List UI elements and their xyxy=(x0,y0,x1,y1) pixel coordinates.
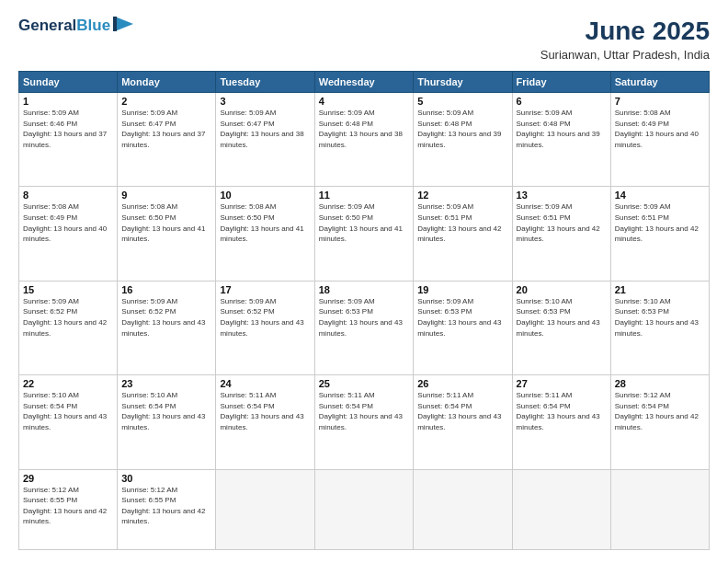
day-number: 8 xyxy=(23,190,113,201)
table-row: 18 Sunrise: 5:09 AMSunset: 6:53 PMDaylig… xyxy=(314,281,413,374)
day-info: Sunrise: 5:08 AMSunset: 6:49 PMDaylight:… xyxy=(615,108,705,150)
page: GeneralBlue June 2025 Surianwan, Uttar P… xyxy=(0,0,728,563)
logo-text: GeneralBlue xyxy=(18,17,110,35)
table-row: 1 Sunrise: 5:09 AMSunset: 6:46 PMDayligh… xyxy=(19,93,118,187)
day-number: 6 xyxy=(517,96,607,107)
day-number: 10 xyxy=(220,190,310,201)
day-number: 16 xyxy=(121,284,211,295)
weekday-header-row: Sunday Monday Tuesday Wednesday Thursday… xyxy=(19,72,710,93)
day-number: 30 xyxy=(121,473,211,484)
day-info: Sunrise: 5:10 AMSunset: 6:54 PMDaylight:… xyxy=(23,390,113,432)
table-row: 22 Sunrise: 5:10 AMSunset: 6:54 PMDaylig… xyxy=(19,375,118,469)
calendar-row-2: 8 Sunrise: 5:08 AMSunset: 6:49 PMDayligh… xyxy=(19,187,710,281)
table-row: 6 Sunrise: 5:09 AMSunset: 6:48 PMDayligh… xyxy=(512,93,610,187)
table-row: 23 Sunrise: 5:10 AMSunset: 6:54 PMDaylig… xyxy=(118,375,216,469)
day-info: Sunrise: 5:09 AMSunset: 6:47 PMDaylight:… xyxy=(121,108,211,150)
day-info: Sunrise: 5:09 AMSunset: 6:47 PMDaylight:… xyxy=(220,108,310,150)
day-info: Sunrise: 5:11 AMSunset: 6:54 PMDaylight:… xyxy=(517,390,607,432)
table-row: 9 Sunrise: 5:08 AMSunset: 6:50 PMDayligh… xyxy=(118,187,216,281)
day-number: 3 xyxy=(220,96,310,107)
day-info: Sunrise: 5:09 AMSunset: 6:48 PMDaylight:… xyxy=(517,108,607,150)
day-info: Sunrise: 5:12 AMSunset: 6:55 PMDaylight:… xyxy=(121,485,211,527)
table-row: 15 Sunrise: 5:09 AMSunset: 6:52 PMDaylig… xyxy=(19,281,118,374)
table-row: 16 Sunrise: 5:09 AMSunset: 6:52 PMDaylig… xyxy=(118,281,216,374)
day-number: 23 xyxy=(121,378,211,389)
day-number: 15 xyxy=(23,284,113,295)
day-number: 14 xyxy=(615,190,705,201)
table-row: 10 Sunrise: 5:08 AMSunset: 6:50 PMDaylig… xyxy=(216,187,314,281)
logo-blue-text: Blue xyxy=(76,17,110,34)
day-number: 24 xyxy=(220,378,310,389)
table-row: 13 Sunrise: 5:09 AMSunset: 6:51 PMDaylig… xyxy=(512,187,610,281)
day-info: Sunrise: 5:09 AMSunset: 6:51 PMDaylight:… xyxy=(615,201,705,244)
day-info: Sunrise: 5:09 AMSunset: 6:48 PMDaylight:… xyxy=(319,108,409,150)
day-number: 25 xyxy=(319,378,409,389)
day-info: Sunrise: 5:09 AMSunset: 6:52 PMDaylight:… xyxy=(23,296,113,339)
table-row: 19 Sunrise: 5:09 AMSunset: 6:53 PMDaylig… xyxy=(414,281,512,374)
calendar-row-5: 29 Sunrise: 5:12 AMSunset: 6:55 PMDaylig… xyxy=(19,469,710,549)
day-number: 18 xyxy=(319,284,409,295)
table-row: 8 Sunrise: 5:08 AMSunset: 6:49 PMDayligh… xyxy=(19,187,118,281)
table-row: 20 Sunrise: 5:10 AMSunset: 6:53 PMDaylig… xyxy=(512,281,610,374)
day-info: Sunrise: 5:09 AMSunset: 6:53 PMDaylight:… xyxy=(319,296,409,339)
flag-svg xyxy=(113,17,133,31)
day-number: 20 xyxy=(517,284,607,295)
day-number: 12 xyxy=(417,190,507,201)
day-info: Sunrise: 5:09 AMSunset: 6:50 PMDaylight:… xyxy=(319,201,409,244)
table-row: 5 Sunrise: 5:09 AMSunset: 6:48 PMDayligh… xyxy=(414,93,512,187)
svg-marker-0 xyxy=(115,17,133,31)
header-friday: Friday xyxy=(512,72,610,93)
day-number: 19 xyxy=(417,284,507,295)
day-number: 27 xyxy=(517,378,607,389)
calendar-table: Sunday Monday Tuesday Wednesday Thursday… xyxy=(18,71,710,550)
header-thursday: Thursday xyxy=(414,72,512,93)
day-number: 11 xyxy=(319,190,409,201)
table-row: 2 Sunrise: 5:09 AMSunset: 6:47 PMDayligh… xyxy=(118,93,216,187)
header-monday: Monday xyxy=(118,72,216,93)
table-row xyxy=(610,469,709,549)
day-info: Sunrise: 5:09 AMSunset: 6:51 PMDaylight:… xyxy=(417,201,507,244)
calendar-row-1: 1 Sunrise: 5:09 AMSunset: 6:46 PMDayligh… xyxy=(19,93,710,187)
day-number: 9 xyxy=(121,190,211,201)
day-info: Sunrise: 5:08 AMSunset: 6:49 PMDaylight:… xyxy=(23,201,113,244)
day-number: 2 xyxy=(121,96,211,107)
day-info: Sunrise: 5:08 AMSunset: 6:50 PMDaylight:… xyxy=(220,201,310,244)
table-row: 27 Sunrise: 5:11 AMSunset: 6:54 PMDaylig… xyxy=(512,375,610,469)
table-row: 3 Sunrise: 5:09 AMSunset: 6:47 PMDayligh… xyxy=(216,93,314,187)
day-info: Sunrise: 5:09 AMSunset: 6:52 PMDaylight:… xyxy=(121,296,211,339)
logo-icon xyxy=(113,17,133,35)
table-row xyxy=(414,469,512,549)
day-number: 22 xyxy=(23,378,113,389)
table-row xyxy=(216,469,314,549)
table-row: 4 Sunrise: 5:09 AMSunset: 6:48 PMDayligh… xyxy=(314,93,413,187)
day-number: 29 xyxy=(23,473,113,484)
subtitle: Surianwan, Uttar Pradesh, India xyxy=(540,48,710,62)
day-info: Sunrise: 5:11 AMSunset: 6:54 PMDaylight:… xyxy=(417,390,507,432)
logo-wrapper: GeneralBlue xyxy=(18,17,133,35)
day-number: 13 xyxy=(517,190,607,201)
day-number: 1 xyxy=(23,96,113,107)
table-row: 25 Sunrise: 5:11 AMSunset: 6:54 PMDaylig… xyxy=(314,375,413,469)
day-number: 4 xyxy=(319,96,409,107)
day-info: Sunrise: 5:09 AMSunset: 6:53 PMDaylight:… xyxy=(417,296,507,339)
table-row xyxy=(512,469,610,549)
day-info: Sunrise: 5:09 AMSunset: 6:51 PMDaylight:… xyxy=(517,201,607,244)
day-info: Sunrise: 5:09 AMSunset: 6:52 PMDaylight:… xyxy=(220,296,310,339)
day-info: Sunrise: 5:09 AMSunset: 6:48 PMDaylight:… xyxy=(417,108,507,150)
day-info: Sunrise: 5:11 AMSunset: 6:54 PMDaylight:… xyxy=(220,390,310,432)
table-row: 12 Sunrise: 5:09 AMSunset: 6:51 PMDaylig… xyxy=(414,187,512,281)
title-block: June 2025 Surianwan, Uttar Pradesh, Indi… xyxy=(540,17,710,62)
table-row: 29 Sunrise: 5:12 AMSunset: 6:55 PMDaylig… xyxy=(19,469,118,549)
logo: GeneralBlue xyxy=(18,17,133,35)
calendar-row-4: 22 Sunrise: 5:10 AMSunset: 6:54 PMDaylig… xyxy=(19,375,710,469)
header: GeneralBlue June 2025 Surianwan, Uttar P… xyxy=(18,17,710,62)
header-saturday: Saturday xyxy=(610,72,709,93)
day-info: Sunrise: 5:12 AMSunset: 6:54 PMDaylight:… xyxy=(615,390,705,432)
day-number: 7 xyxy=(615,96,705,107)
table-row: 17 Sunrise: 5:09 AMSunset: 6:52 PMDaylig… xyxy=(216,281,314,374)
day-info: Sunrise: 5:12 AMSunset: 6:55 PMDaylight:… xyxy=(23,485,113,527)
table-row: 7 Sunrise: 5:08 AMSunset: 6:49 PMDayligh… xyxy=(610,93,709,187)
day-number: 5 xyxy=(417,96,507,107)
table-row: 14 Sunrise: 5:09 AMSunset: 6:51 PMDaylig… xyxy=(610,187,709,281)
header-sunday: Sunday xyxy=(19,72,118,93)
